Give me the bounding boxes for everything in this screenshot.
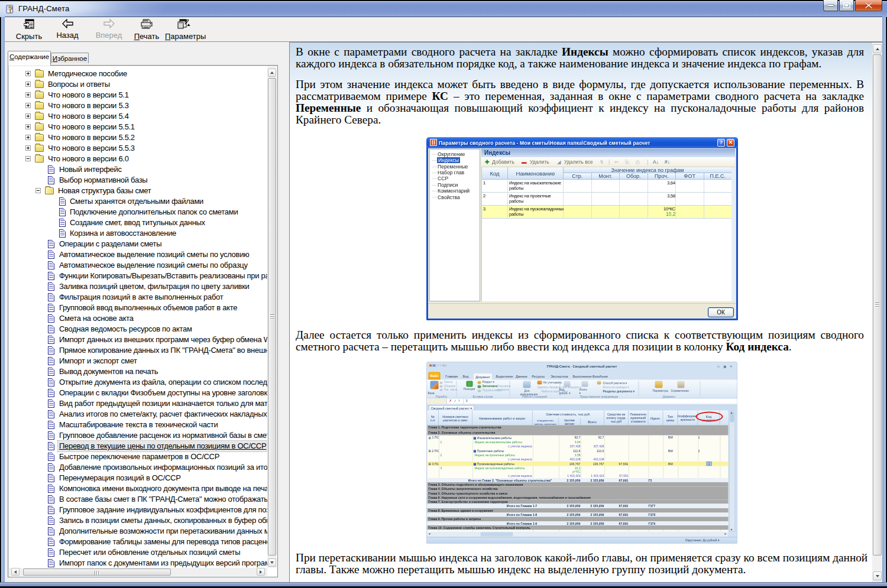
svg-text:?: ?	[9, 5, 13, 14]
